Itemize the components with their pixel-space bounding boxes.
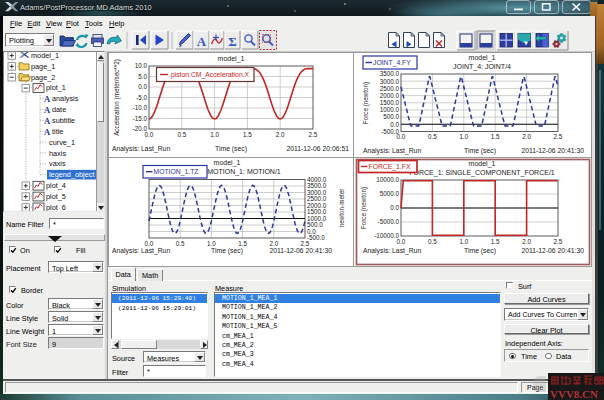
svg-text:-5.0: -5.0 [136,94,147,101]
svg-text:model_1: model_1 [214,159,241,167]
svg-text:1.5: 1.5 [238,240,247,247]
svg-text:0.0: 0.0 [397,133,406,140]
svg-text:2.0: 2.0 [522,238,531,245]
svg-text:10000.0: 10000.0 [376,176,399,183]
svg-text:500.0: 500.0 [383,113,399,120]
svg-text:FORCE_1: SINGLE_COMPONENT_FORC: FORCE_1: SINGLE_COMPONENT_FORCE/1 [409,169,555,177]
svg-text:2011-12-06 20:41:30: 2011-12-06 20:41:30 [521,247,584,254]
svg-text:Time (sec): Time (sec) [211,247,243,255]
svg-text:FORCE_1.FX: FORCE_1.FX [369,163,411,171]
svg-text:model_1: model_1 [469,54,496,62]
svg-text:Analysis: Last_Run: Analysis: Last_Run [363,247,421,255]
svg-text:1.0: 1.0 [210,131,219,138]
svg-text:Acceleration (meter/sec**2): Acceleration (meter/sec**2) [113,59,121,136]
svg-text:2.0: 2.0 [522,133,531,140]
svg-text:.piston.CM_Acceleration.X: .piston.CM_Acceleration.X [169,71,250,79]
svg-text:model_1: model_1 [218,55,245,63]
svg-text:MOTION_1: MOTION/1: MOTION_1: MOTION/1 [207,168,281,176]
svg-text:2.5: 2.5 [301,240,310,247]
svg-text:2.5: 2.5 [554,133,563,140]
svg-text:JOINT_4: JOINT/4: JOINT_4: JOINT/4 [453,63,511,71]
svg-text:1500.0: 1500.0 [380,99,400,106]
svg-text:2011-12-06 20:06:51: 2011-12-06 20:06:51 [286,145,349,152]
svg-text:Force (newton): Force (newton) [362,82,370,124]
svg-text:Time (sec): Time (sec) [464,247,496,255]
svg-text:-15.0: -15.0 [133,115,148,122]
svg-text:2000.0: 2000.0 [380,92,400,99]
svg-text:1.5: 1.5 [243,131,252,138]
svg-text:model_1: model_1 [469,160,496,168]
svg-text:2500.0: 2500.0 [380,85,400,92]
svg-text:Analysis: Last_Run: Analysis: Last_Run [112,247,170,255]
svg-text:0.0: 0.0 [390,204,399,211]
svg-text:1000.0: 1000.0 [380,106,400,113]
svg-text:0.0: 0.0 [145,131,154,138]
svg-text:MOTION_1.TZ: MOTION_1.TZ [154,168,199,176]
svg-text:1.5: 1.5 [491,133,500,140]
svg-text:Time (sec): Time (sec) [215,145,247,153]
svg-text:0.0: 0.0 [138,83,147,90]
svg-text:2.0: 2.0 [276,131,285,138]
svg-text:1.0: 1.0 [459,133,468,140]
svg-text:2.0: 2.0 [269,240,278,247]
svg-text:3500.0: 3500.0 [380,70,400,77]
svg-text:Force (newton): Force (newton) [360,187,368,229]
svg-text:0.5: 0.5 [177,131,186,138]
svg-text:Analysis: Last_Run: Analysis: Last_Run [112,145,170,153]
svg-text:2.5: 2.5 [309,131,318,138]
svg-text:2.5: 2.5 [554,238,563,245]
svg-text:0.0: 0.0 [145,240,154,247]
svg-text:-500.0: -500.0 [307,234,325,241]
svg-text:Σ: Σ [228,34,237,49]
svg-text:-5000.0: -5000.0 [378,218,400,225]
svg-text:10.0: 10.0 [135,62,148,69]
svg-text:3000.0: 3000.0 [380,78,400,85]
svg-text:newton-meter: newton-meter [338,189,345,228]
svg-text:0.0: 0.0 [390,121,399,128]
svg-text:1.0: 1.0 [207,240,216,247]
svg-text:2011-12-06 20:41:30: 2011-12-06 20:41:30 [269,247,332,254]
svg-text:1.5: 1.5 [491,238,500,245]
svg-text:2011-12-06 20:41:30: 2011-12-06 20:41:30 [521,147,584,154]
svg-text:0.5: 0.5 [176,240,185,247]
svg-text:0.5: 0.5 [428,238,437,245]
svg-text:5000.0: 5000.0 [380,190,400,197]
svg-text:0.5: 0.5 [428,133,437,140]
svg-text:A: A [197,34,207,49]
svg-text:Analysis: Last_Run: Analysis: Last_Run [363,147,421,155]
svg-text:1.0: 1.0 [459,238,468,245]
svg-text:-10.0: -10.0 [133,104,148,111]
svg-text:0.0: 0.0 [397,238,406,245]
svg-text:JOINT_4.FY: JOINT_4.FY [373,59,411,67]
svg-text:5.0: 5.0 [138,73,147,80]
svg-text:Time (sec): Time (sec) [464,147,496,155]
